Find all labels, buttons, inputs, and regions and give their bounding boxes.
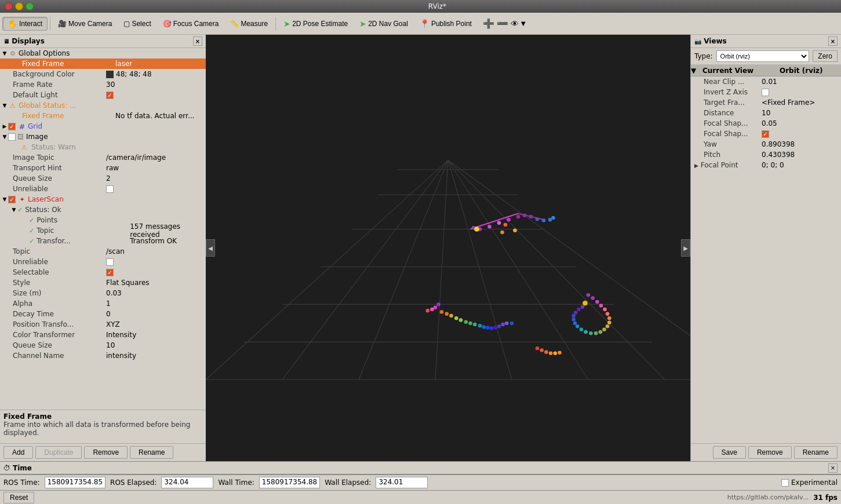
laser-scan-checkbox[interactable]: ✓ [8,196,16,203]
laser-queue-size-row[interactable]: Queue Size 10 [0,340,206,350]
laser-selectable-row[interactable]: Selectable ✓ [0,267,206,277]
pitch-row[interactable]: Pitch 0.430398 [691,149,841,160]
target-frame-row[interactable]: Target Fra... <Fixed Frame> [691,97,841,108]
laser-topic-row[interactable]: Topic /scan [0,246,206,257]
global-options-arrow[interactable]: ▼ [1,50,8,57]
global-status-fixed-frame-row[interactable]: Fixed Frame No tf data. Actual err... [0,111,206,121]
minus-icon[interactable]: ➖ [497,18,508,29]
maximize-button[interactable] [26,2,34,10]
laser-channel-name-label: Channel Name [10,352,106,360]
laser-status-arrow[interactable]: ▼ [10,206,17,213]
views-rename-button[interactable]: Rename [794,446,838,459]
titlebar-buttons[interactable] [5,2,34,10]
plus-icon[interactable]: ➕ [483,18,494,29]
grid-checkbox[interactable]: ✓ [8,123,16,130]
laser-decay-row[interactable]: Decay Time 0 [0,309,206,319]
image-topic-row[interactable]: Image Topic /camera/ir/image [0,152,206,163]
2d-nav-button[interactable]: ➤ 2D Nav Goal [354,17,413,31]
laser-topic-status-row[interactable]: ✓ Topic 157 messages received [0,225,206,236]
laser-scan-item[interactable]: ▼ ✓ ✦ LaserScan [0,194,206,204]
laser-unreliable-row[interactable]: Unreliable [0,257,206,267]
ros-time-value[interactable]: 1580917354.85 [45,477,105,488]
eye-icon[interactable]: 👁 [511,19,519,28]
svg-point-23 [516,215,520,218]
laser-unreliable-checkbox[interactable] [106,258,114,266]
svg-point-21 [497,221,501,224]
expand-right-button[interactable]: ▶ [681,239,690,257]
laser-color-transform-row[interactable]: Color Transformer Intensity [0,330,206,340]
invert-z-row[interactable]: Invert Z Axis [691,87,841,97]
global-status-item[interactable]: ▼ ⚠ Global Status: ... [0,100,206,111]
add-button[interactable]: Add [3,446,33,459]
displays-tree[interactable]: ▼ ⚙ Global Options Fixed Frame laser Bac… [0,48,206,410]
close-button[interactable] [5,2,13,10]
current-view-arrow[interactable]: ▼ [691,67,700,75]
image-checkbox[interactable] [8,133,16,141]
invert-z-checkbox[interactable] [762,89,769,96]
laser-transform-row[interactable]: ✓ Transfor... Transform OK [0,236,206,246]
laser-size-row[interactable]: Size (m) 0.03 [0,288,206,298]
views-type-select[interactable]: Orbit (rviz) [716,50,810,62]
image-unreliable-checkbox[interactable] [106,185,114,193]
wall-elapsed-value[interactable]: 324.01 [376,477,428,488]
experimental-checkbox[interactable] [781,479,789,487]
frame-rate-row[interactable]: Frame Rate 30 [0,79,206,90]
image-item[interactable]: ▼ 🖼 Image [0,132,206,142]
focal-shape-checkbox[interactable]: ✓ [762,130,769,138]
displays-close-button[interactable]: × [193,36,202,46]
transport-hint-row[interactable]: Transport Hint raw [0,163,206,173]
duplicate-button[interactable]: Duplicate [35,446,82,459]
laser-channel-name-row[interactable]: Channel Name intensity [0,350,206,361]
views-zero-button[interactable]: Zero [813,50,838,62]
image-queue-size-row[interactable]: Queue Size 2 [0,173,206,184]
color-swatch[interactable] [106,71,114,78]
laser-style-row[interactable]: Style Flat Squares [0,277,206,288]
yaw-row[interactable]: Yaw 0.890398 [691,139,841,149]
dropdown-arrow[interactable]: ▼ [521,20,526,27]
global-status-arrow[interactable]: ▼ [1,102,8,109]
publish-point-button[interactable]: 📍 Publish Point [414,17,477,31]
measure-button[interactable]: 📏 Measure [225,17,273,30]
2d-pose-button[interactable]: ➤ 2D Pose Estimate [278,17,353,31]
focal-point-row[interactable]: ▶ Focal Point 0; 0; 0 [691,160,841,170]
minimize-button[interactable] [15,2,23,10]
image-status-warn-row[interactable]: ⚠ Status: Warn [0,142,206,152]
background-color-row[interactable]: Background Color 48; 48; 48 [0,69,206,79]
grid-item[interactable]: ▶ ✓ # Grid [0,121,206,132]
views-remove-button[interactable]: Remove [748,446,792,459]
move-camera-button[interactable]: 🎥 Move Camera [53,17,117,30]
default-light-checkbox[interactable]: ✓ [106,92,114,99]
laser-pos-transform-row[interactable]: Position Transfo... XYZ [0,319,206,330]
select-button[interactable]: ▢ Select [118,17,156,30]
ros-elapsed-value[interactable]: 324.04 [161,477,213,488]
svg-point-24 [523,213,527,217]
default-light-row[interactable]: Default Light ✓ [0,90,206,100]
grid-arrow[interactable]: ▶ [1,123,8,130]
fixed-frame-row[interactable]: Fixed Frame laser [0,59,206,69]
time-close-button[interactable]: × [828,463,838,473]
focal-point-arrow[interactable]: ▶ [694,163,698,169]
expand-left-button[interactable]: ◀ [206,239,215,257]
rename-button[interactable]: Rename [130,446,173,459]
interact-button[interactable]: ✋ Interact [2,17,48,31]
distance-row[interactable]: Distance 10 [691,108,841,118]
reset-button[interactable]: Reset [3,492,34,503]
focal-shape-checkbox-row[interactable]: Focal Shap... ✓ [691,129,841,139]
laser-status-ok-row[interactable]: ▼ ✓ Status: Ok [0,204,206,215]
global-options-item[interactable]: ▼ ⚙ Global Options [0,48,206,59]
views-close-button[interactable]: × [828,36,838,46]
laser-alpha-row[interactable]: Alpha 1 [0,298,206,309]
views-save-button[interactable]: Save [713,446,746,459]
remove-button[interactable]: Remove [84,446,128,459]
wall-time-label: Wall Time: [218,479,254,487]
wall-time-value[interactable]: 1580917354.88 [259,477,320,488]
near-clip-row[interactable]: Near Clip ... 0.01 [691,76,841,87]
focus-camera-button[interactable]: 🎯 Focus Camera [158,17,224,30]
focal-shape-value-row[interactable]: Focal Shap... 0.05 [691,118,841,129]
image-unreliable-row[interactable]: Unreliable [0,184,206,194]
laser-scan-arrow[interactable]: ▼ [1,196,8,203]
svg-point-74 [577,308,581,311]
3d-view[interactable]: ◀ ▶ [206,35,690,461]
laser-selectable-checkbox[interactable]: ✓ [106,269,114,276]
image-arrow[interactable]: ▼ [1,133,8,140]
